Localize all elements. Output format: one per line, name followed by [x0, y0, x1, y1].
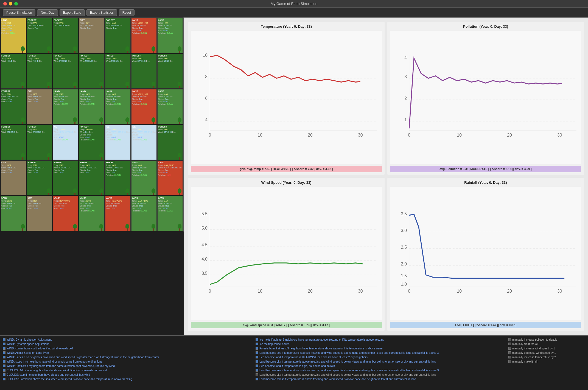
- grid-cell-31[interactable]: FOREST Temp: MAX Wind: STRONG Dir.: Clou…: [79, 160, 104, 196]
- grid-cell-3[interactable]: CITY Temp: HOT Wind: NONE Dir.: Clouds: …: [79, 18, 104, 53]
- grid-cell-5[interactable]: LAND Temp: VERY_HOT Wind: NONE Dir.: Clo…: [131, 18, 157, 53]
- rule-checkbox[interactable]: [3, 356, 5, 358]
- grid-cell-21[interactable]: FOREST Temp: ZERO Wind: STRONG Dir.:: [1, 125, 26, 160]
- svg-text:0: 0: [209, 133, 211, 137]
- rule-item: Sea become land if temperature is HEATWA…: [256, 355, 506, 359]
- grid-cell-22[interactable]: FOREST Temp: MAX Wind: STRONG Dir.:: [27, 125, 52, 160]
- rule-item: WIND: comes from world edges if no wind …: [3, 347, 253, 351]
- rule-checkbox[interactable]: [3, 347, 5, 350]
- maximize-button[interactable]: [14, 2, 18, 5]
- grid-cell-1[interactable]: FOREST Temp: MAX Wind: MEDIUM Dir.: Clou…: [27, 18, 52, 53]
- reset-button[interactable]: Reset: [119, 9, 135, 16]
- grid-cell-24[interactable]: FOREST Temp: MEDIUM Wind: Dir.: Dir.: Cl…: [79, 125, 104, 160]
- grid-cell-38[interactable]: LAND Temp: ZERO Wind: NONE Dir.: Clouds:…: [79, 196, 104, 231]
- grid-cell-26[interactable]: ICE Temp: ZERO Wind: VERY_STRONG Dir.: C…: [131, 125, 157, 160]
- pollution-chart-title: Pollution (Year: 0, Day: 33): [390, 24, 581, 29]
- grid-cell-30[interactable]: FOREST Temp: MAX Wind: STRONG Dir.: Clou…: [53, 160, 78, 196]
- grid-cell-7[interactable]: FOREST Temp: ZERO Wind: NONE Dir.:: [1, 54, 26, 89]
- rule-checkbox[interactable]: [256, 364, 258, 367]
- grid-cell-15[interactable]: CITY Temp: HOT Wind: NONE Dir.: Clouds: …: [27, 89, 52, 124]
- svg-text:8: 8: [205, 74, 208, 79]
- grid-cell-13[interactable]: FOREST Temp: ZERO Wind: NONE Dir.:: [157, 54, 183, 89]
- rules-col3: manually increase pollution to deadlyman…: [508, 338, 585, 388]
- svg-text:3: 3: [404, 74, 407, 79]
- rule-checkbox[interactable]: [508, 356, 511, 358]
- grid-cell-0[interactable]: LAND Temp: HOT Wind: NONE Dir.: Clouds: …: [1, 18, 26, 53]
- grid-cell-29[interactable]: FOREST Temp: MAX Wind: STRONG Dir.: Clou…: [27, 160, 52, 196]
- toolbar: Pause Simulation Next Day Export State E…: [0, 8, 588, 18]
- rule-checkbox[interactable]: [256, 373, 258, 376]
- grid-cell-20[interactable]: LAND Temp: MAX Wind: NONE Dir.: Clouds: …: [157, 89, 183, 124]
- grid-cell-27[interactable]: FOREST Temp: ZERO Wind: STRONG Dir.:: [157, 125, 183, 160]
- grid-cell-17[interactable]: LAND Temp: MAX Wind: NONE Dir.: Clouds: …: [79, 89, 104, 124]
- rule-checkbox[interactable]: [508, 343, 511, 345]
- grid-cell-11[interactable]: FOREST Temp: ZERO Wind: MEDIUM Dir.:: [105, 54, 131, 89]
- charts-panel: Temperature (Year: 0, Day: 33) 10 8 6 4 …: [184, 18, 588, 335]
- rule-checkbox[interactable]: [3, 364, 5, 367]
- export-state-button[interactable]: Export State: [60, 9, 85, 16]
- rule-checkbox[interactable]: [256, 360, 258, 363]
- rule-checkbox[interactable]: [256, 347, 258, 350]
- rule-checkbox[interactable]: [3, 351, 5, 354]
- grid-cell-2[interactable]: FOREST Temp: MAX Wind: MEDIUM Dir.:: [53, 18, 78, 53]
- grid-cell-16[interactable]: LAND Temp: MAX Wind: NONE Dir.: Clouds: …: [53, 89, 78, 124]
- rule-checkbox[interactable]: [3, 343, 5, 345]
- grid-cell-9[interactable]: FOREST Temp: ZERO Wind: STRONG Dir.:: [53, 54, 78, 89]
- rule-checkbox[interactable]: [256, 343, 258, 345]
- rule-checkbox[interactable]: [3, 338, 5, 341]
- grid-cell-40[interactable]: LAND Temp: MAX_PLUS Wind: NONE Dir.: Clo…: [131, 196, 157, 231]
- wind-stat-box: avg. wind speed 3.83 | WINDY | | z-score…: [191, 322, 382, 328]
- rule-checkbox[interactable]: [3, 360, 5, 363]
- grid-cell-6[interactable]: LAND Temp: HOT Wind: NONE Dir.: Clouds: …: [157, 18, 183, 53]
- minimize-button[interactable]: [9, 2, 12, 5]
- grid-cell-25[interactable]: ICE Temp: ZERO Wind: VERY_STRONG Dir.: C…: [105, 125, 131, 160]
- export-statistics-button[interactable]: Export Statistics: [86, 9, 117, 16]
- temp-chart-area: 10 8 6 4 0 10 20 30: [191, 31, 382, 164]
- rule-checkbox[interactable]: [3, 378, 5, 380]
- rule-checkbox[interactable]: [256, 356, 258, 358]
- grid-cell-18[interactable]: LAND Temp: MAX Wind: NONE Dir.: Clouds: …: [105, 89, 131, 124]
- svg-text:4: 4: [404, 55, 407, 60]
- rule-checkbox[interactable]: [508, 347, 511, 350]
- simulation-grid: LAND Temp: HOT Wind: NONE Dir.: Clouds: …: [0, 18, 184, 231]
- rules-col1: WIND: Dynamic direction AdjustmentWIND: …: [3, 338, 253, 388]
- rule-text: manually increase temperature by 2: [512, 355, 556, 359]
- grid-cell-19[interactable]: LAND Temp: VERY_HOT Wind: NONE Dir.: Clo…: [131, 89, 157, 124]
- svg-text:30: 30: [358, 133, 363, 137]
- rule-item: CLOUDS: Formation above the sea when win…: [3, 377, 253, 381]
- rule-checkbox[interactable]: [3, 369, 5, 372]
- grid-cell-4[interactable]: FOREST Temp: MAX Wind: MEDIUM Dir.: Clou…: [105, 18, 131, 53]
- rule-checkbox[interactable]: [256, 351, 258, 354]
- grid-cell-23[interactable]: ICE Temp: ZERO Wind: VERY_STRONG Dir.: C…: [53, 125, 78, 160]
- grid-cell-14[interactable]: FOREST Temp: MAX Wind: STRONG Dir.: Clou…: [1, 89, 26, 124]
- rule-checkbox[interactable]: [256, 338, 258, 341]
- rainfall-chart-svg: 3.5 3.0 2.5 2.0 1.5 1.0 0 10 20 30: [390, 187, 581, 320]
- grid-cell-32[interactable]: FOREST Temp: MAX Wind: STRONG Dir.: Clou…: [105, 160, 131, 196]
- grid-cell-8[interactable]: FOREST Temp: ZERO Wind: NONE Dir.:: [27, 54, 52, 89]
- titlebar: My Game of Earth Simulation: [0, 0, 588, 8]
- next-day-button[interactable]: Next Day: [37, 9, 58, 16]
- rule-checkbox[interactable]: [3, 373, 5, 376]
- grid-cell-36[interactable]: CITY Temp: HOT Wind: NONE Dir.: Clouds: …: [27, 196, 52, 231]
- rule-checkbox[interactable]: [508, 360, 511, 363]
- grid-cell-35[interactable]: LAND Temp: ZERO Wind: NONE Dir.: Clouds:…: [1, 196, 26, 231]
- rule-checkbox[interactable]: [256, 378, 258, 380]
- grid-cell-28[interactable]: CITY Temp: HOT Wind: NONE Dir.: Clouds: …: [1, 160, 26, 196]
- grid-cell-39[interactable]: LAND Temp: HEATWAVE Wind: NONE Dir.: Clo…: [105, 196, 131, 231]
- rule-checkbox[interactable]: [508, 351, 511, 354]
- rainfall-chart-area: 3.5 3.0 2.5 2.0 1.5 1.0 0 10 20 30: [390, 187, 581, 320]
- grid-cell-33[interactable]: LAND Temp: MAX Wind: NONE Dir.: Clouds: …: [131, 160, 157, 196]
- grid-cell-12[interactable]: FOREST Temp: ZERO Wind: STRONG Dir.:: [131, 54, 157, 89]
- pause-button[interactable]: Pause Simulation: [3, 9, 35, 16]
- svg-text:10: 10: [258, 133, 263, 137]
- window-controls: [3, 2, 18, 5]
- grid-cell-41[interactable]: LAND Temp: MAX Wind: NONE Dir.: Clouds: …: [157, 196, 183, 231]
- grid-cell-37[interactable]: LAND Temp: HEATWAVE Wind: NONE Dir.: Clo…: [53, 196, 78, 231]
- rule-item: CLOUDS: stop if no neighbors have clouds…: [3, 373, 253, 377]
- grid-cell-10[interactable]: FOREST Temp: ZERO Wind: MEDIUM Dir.:: [79, 54, 104, 89]
- grid-cell-34[interactable]: LAND Temp: MAX_PLUS Wind: VERY_STRONG Di…: [157, 160, 183, 196]
- rule-checkbox[interactable]: [256, 369, 258, 372]
- close-button[interactable]: [3, 2, 7, 5]
- svg-text:3.0: 3.0: [401, 228, 407, 233]
- rule-checkbox[interactable]: [508, 338, 511, 341]
